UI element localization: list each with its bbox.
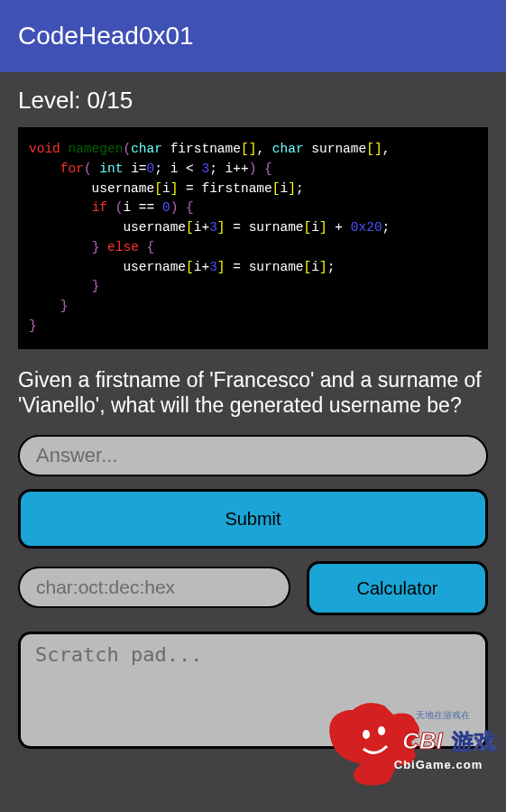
calculator-button[interactable]: Calculator [307, 561, 488, 615]
submit-button[interactable]: Submit [18, 489, 488, 549]
app-header: CodeHead0x01 [0, 0, 506, 72]
main-content: Level: 0/15 void namegen(char firstname[… [0, 72, 506, 767]
utility-row: Calculator [18, 567, 488, 615]
question-text: Given a firstname of 'Francesco' and a s… [18, 367, 488, 420]
code-block: void namegen(char firstname[], char surn… [18, 127, 488, 349]
level-label: Level: 0/15 [18, 87, 488, 115]
scratch-pad[interactable] [18, 632, 488, 749]
app-title: CodeHead0x01 [18, 22, 194, 51]
convert-input[interactable] [18, 567, 290, 608]
answer-input[interactable] [18, 435, 488, 476]
